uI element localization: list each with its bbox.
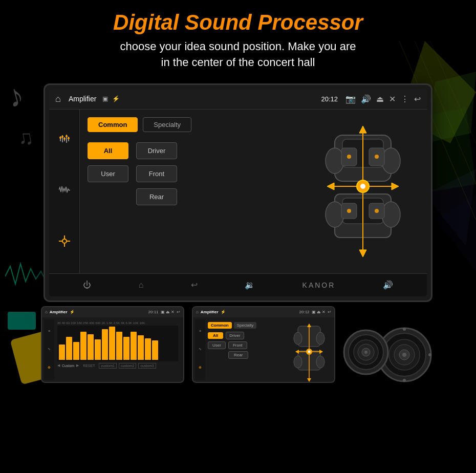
front-button[interactable]: Front <box>136 165 177 182</box>
car-svg <box>307 120 419 263</box>
thumb1-icon: ⚡ <box>70 310 75 314</box>
thumb2-pos-icon: ⊕ <box>199 365 202 370</box>
thumb2-dsp-area: Common Specialty All Driver User Front <box>205 319 332 380</box>
back-nav-icon[interactable]: ↩ <box>414 94 421 104</box>
eq-bar-11 <box>131 332 137 360</box>
waveform-sidebar-icon[interactable] <box>55 180 74 202</box>
thumb2-content: ≡ ∿ ⊕ Common Specialty All Driver <box>193 317 334 382</box>
specialty-tab[interactable]: Specialty <box>143 117 191 132</box>
thumbnail-dsp: ⌂ Amplifier ⚡ 20:12 ▣ ⏏ ✕ ↩ ≡ ∿ ⊕ Common… <box>192 306 335 383</box>
svg-marker-61 <box>307 378 311 382</box>
thumb1-top-bar: ⌂ Amplifier ⚡ 20:11 ▣ ⏏ ✕ ↩ <box>42 307 183 317</box>
close-screen-icon[interactable]: ✕ <box>389 94 396 104</box>
eq-bar-13 <box>145 338 151 360</box>
thumb2-pos-buttons: All Driver User Front Rear <box>208 332 286 359</box>
thumb2-driver-btn: Driver <box>226 332 244 339</box>
speakers-container <box>343 306 435 383</box>
home-bottom-icon[interactable]: ⌂ <box>139 281 144 290</box>
thumb1-eq-icon: ≡ <box>48 329 50 333</box>
home-icon[interactable]: ⌂ <box>55 94 61 104</box>
svg-marker-45 <box>392 183 399 190</box>
all-button[interactable]: All <box>88 142 128 159</box>
usb-icon[interactable]: ⚡ <box>112 95 120 102</box>
thumb1-custom3: custom3 <box>138 363 156 369</box>
position-buttons: All Driver User Front Rear <box>88 142 291 205</box>
media-icon[interactable]: ▣ <box>102 95 108 102</box>
thumb1-eq-area: 2040631001602504006301K1.6K2.5K4K6.3K10K… <box>54 319 181 380</box>
power-icon[interactable]: ⏻ <box>83 281 91 290</box>
user-button[interactable]: User <box>88 165 128 182</box>
page-title: Digital Sound Processor <box>5 10 471 35</box>
svg-marker-63 <box>319 350 323 354</box>
thumb2-row1: All Driver <box>208 332 286 339</box>
rear-button[interactable]: Rear <box>136 188 177 205</box>
thumb2-wave-icon: ∿ <box>199 347 202 351</box>
vol-down-icon[interactable]: 🔉 <box>245 280 255 290</box>
thumb2-top-bar: ⌂ Amplifier ⚡ 20:12 ▣ ⏏ ✕ ↩ <box>193 307 334 317</box>
thumbnails-section: ⌂ Amplifier ⚡ 20:11 ▣ ⏏ ✕ ↩ ≡ ∿ ⊕ 204063… <box>0 302 476 383</box>
thumb1-prev-icon: ◀ <box>57 363 60 368</box>
svg-point-48 <box>347 209 351 213</box>
thumb2-home-icon: ⌂ <box>196 310 199 314</box>
eq-bar-2 <box>66 337 72 360</box>
thumb2-row3: Rear <box>208 351 286 359</box>
speaker-front-svg <box>343 329 389 375</box>
thumb1-content: ≡ ∿ ⊕ 2040631001602504006301K1.6K2.5K4K6… <box>42 317 183 382</box>
svg-point-59 <box>308 350 311 353</box>
device-frame: ⌂ Amplifier ▣ ⚡ 20:12 📷 🔊 ⏏ ✕ ⋮ ↩ <box>44 83 432 302</box>
svg-point-46 <box>347 155 351 159</box>
thumb2-user-btn: User <box>208 341 226 349</box>
vol-up-icon[interactable]: 🔊 <box>383 280 393 290</box>
thumb1-back: ↩ <box>177 310 180 314</box>
thumb1-icons: ▣ ⏏ ✕ <box>161 310 175 314</box>
back-bottom-icon[interactable]: ↩ <box>191 280 198 290</box>
app-title: Amplifier <box>69 95 96 103</box>
camera-icon[interactable]: 📷 <box>345 94 356 104</box>
more-menu-icon[interactable]: ⋮ <box>401 94 409 104</box>
eq-bar-7 <box>102 329 108 360</box>
svg-point-54 <box>294 356 302 368</box>
car-diagram-panel <box>299 110 427 273</box>
volume-icon[interactable]: 🔊 <box>361 94 371 104</box>
thumb2-icon: ⚡ <box>221 310 226 314</box>
brand-name: KANOR <box>302 281 336 289</box>
common-tab[interactable]: Common <box>88 117 138 132</box>
eq-bar-8 <box>109 327 115 360</box>
thumb1-sidebar: ≡ ∿ ⊕ <box>44 319 54 380</box>
equalizer-sidebar-icon[interactable] <box>55 129 74 151</box>
thumb2-rear-btn: Rear <box>228 351 248 359</box>
svg-marker-8 <box>425 169 476 246</box>
svg-point-15 <box>59 137 61 139</box>
svg-point-41 <box>360 184 365 189</box>
device-screen: ⌂ Amplifier ▣ ⚡ 20:12 📷 🔊 ⏏ ✕ ⋮ ↩ <box>49 89 427 296</box>
svg-point-53 <box>316 332 324 345</box>
eq-bar-5 <box>88 334 94 360</box>
time-display: 20:12 <box>321 95 338 103</box>
tab-row: Common Specialty <box>88 117 291 132</box>
thumb2-controls: Common Specialty All Driver User Front <box>208 322 286 377</box>
eq-bar-3 <box>73 342 79 360</box>
rear-row: Rear <box>88 188 291 205</box>
top-bar-right-icons: 📷 🔊 ⏏ ✕ ⋮ ↩ <box>345 94 421 104</box>
svg-point-55 <box>316 356 324 368</box>
device-container: ⌂ Amplifier ▣ ⚡ 20:12 📷 🔊 ⏏ ✕ ⋮ ↩ <box>44 83 432 302</box>
svg-point-73 <box>428 353 431 356</box>
svg-point-47 <box>375 155 379 159</box>
driver-button[interactable]: Driver <box>136 142 177 159</box>
eject-icon[interactable]: ⏏ <box>376 94 384 104</box>
position-sidebar-icon[interactable] <box>55 231 74 253</box>
svg-marker-44 <box>327 183 334 190</box>
thumbnail-eq: ⌂ Amplifier ⚡ 20:11 ▣ ⏏ ✕ ↩ ≡ ∿ ⊕ 204063… <box>41 306 184 383</box>
thumb2-tabs: Common Specialty <box>208 322 286 329</box>
thumb2-title: Amplifier <box>201 310 219 314</box>
header-section: Digital Sound Processor choose your idea… <box>0 0 476 76</box>
speaker-front <box>343 329 389 375</box>
thumb1-wave-icon: ∿ <box>48 347 51 351</box>
top-bar-left-icons: ▣ ⚡ <box>102 95 120 102</box>
eq-bar-14 <box>152 340 158 360</box>
thumb1-home-icon: ⌂ <box>45 310 48 314</box>
svg-point-71 <box>403 379 406 382</box>
svg-point-20 <box>62 239 67 243</box>
svg-point-70 <box>403 328 406 331</box>
top-bar: ⌂ Amplifier ▣ ⚡ 20:12 📷 🔊 ⏏ ✕ ⋮ ↩ <box>49 89 427 110</box>
